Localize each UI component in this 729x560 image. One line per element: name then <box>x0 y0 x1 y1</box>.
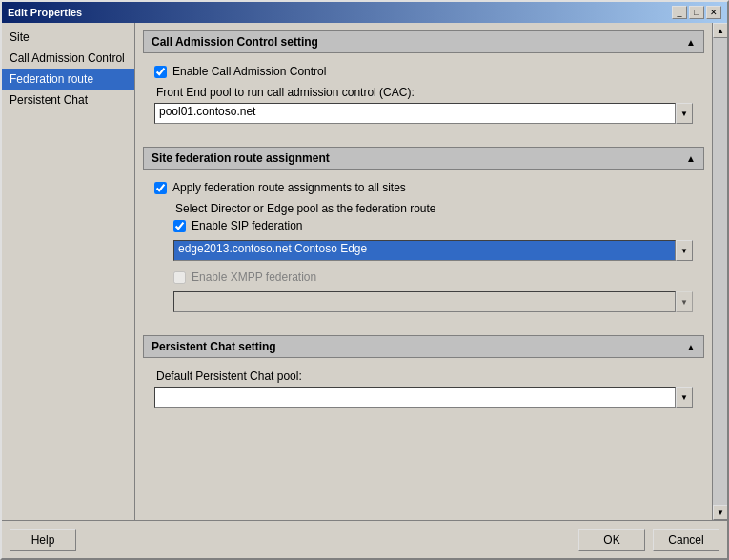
site-federation-body: Apply federation route assignments to al… <box>143 177 704 320</box>
sidebar: Site Call Admission Control Federation r… <box>2 23 135 520</box>
window-title: Edit Properties <box>8 7 82 18</box>
enable-cac-label: Enable Call Admission Control <box>172 65 326 78</box>
front-end-dropdown-btn[interactable]: ▼ <box>676 103 693 124</box>
default-pool-label: Default Persistent Chat pool: <box>156 370 693 383</box>
footer-right: OK Cancel <box>578 529 719 551</box>
main-panel: Call Admission Control setting ▲ Enable … <box>135 23 712 520</box>
right-content: Call Admission Control setting ▲ Enable … <box>135 23 727 520</box>
enable-sip-label: Enable SIP federation <box>192 219 303 232</box>
sidebar-item-call-admission-control[interactable]: Call Admission Control <box>2 48 134 69</box>
enable-cac-checkbox[interactable] <box>154 66 167 78</box>
scroll-up-button[interactable]: ▲ <box>713 23 727 38</box>
persistent-chat-header: Persistent Chat setting ▲ <box>143 335 704 358</box>
apply-all-row: Apply federation route assignments to al… <box>154 181 693 194</box>
site-federation-header: Site federation route assignment ▲ <box>143 147 704 170</box>
footer: Help OK Cancel <box>2 520 727 558</box>
content-area: Site Call Admission Control Federation r… <box>2 23 727 520</box>
title-bar: Edit Properties _ □ ✕ <box>2 2 727 23</box>
sidebar-item-site[interactable]: Site <box>2 27 134 48</box>
footer-left: Help <box>10 529 76 551</box>
minimize-button[interactable]: _ <box>672 6 687 19</box>
enable-xmpp-label: Enable XMPP federation <box>192 270 316 284</box>
enable-sip-checkbox[interactable] <box>173 220 186 232</box>
default-pool-value <box>154 387 676 408</box>
sip-dropdown-wrapper: edge2013.contoso.net Contoso Edge ▼ <box>173 240 693 261</box>
scroll-track[interactable] <box>713 38 727 505</box>
scroll-down-button[interactable]: ▼ <box>713 505 727 520</box>
edit-properties-window: Edit Properties _ □ ✕ Site Call Admissio… <box>0 0 729 560</box>
sip-dropdown-btn[interactable]: ▼ <box>676 240 693 261</box>
front-end-dropdown-wrapper: pool01.contoso.net ▼ <box>154 103 693 124</box>
select-director-label: Select Director or Edge pool as the fede… <box>175 202 693 215</box>
ok-button[interactable]: OK <box>578 529 645 551</box>
sidebar-item-persistent-chat[interactable]: Persistent Chat <box>2 90 134 110</box>
window-controls: _ □ ✕ <box>672 6 721 19</box>
close-button[interactable]: ✕ <box>706 6 721 19</box>
default-pool-dropdown-wrapper: ▼ <box>154 387 693 408</box>
call-admission-body: Enable Call Admission Control Front End … <box>143 61 704 131</box>
call-admission-title: Call Admission Control setting <box>152 35 318 49</box>
enable-cac-row: Enable Call Admission Control <box>154 65 693 78</box>
federation-indent: Select Director or Edge pool as the fede… <box>173 202 693 312</box>
enable-xmpp-checkbox[interactable] <box>173 271 186 284</box>
call-admission-collapse-icon[interactable]: ▲ <box>686 37 696 48</box>
maximize-button[interactable]: □ <box>689 6 704 19</box>
enable-sip-row: Enable SIP federation <box>173 219 693 232</box>
xmpp-dropdown-btn[interactable]: ▼ <box>676 291 693 312</box>
site-federation-collapse-icon[interactable]: ▲ <box>686 153 696 164</box>
cancel-button[interactable]: Cancel <box>653 529 719 551</box>
sip-value: edge2013.contoso.net Contoso Edge <box>173 240 676 261</box>
enable-xmpp-row: Enable XMPP federation <box>173 270 693 284</box>
persistent-chat-section: Persistent Chat setting ▲ Default Persis… <box>143 335 704 415</box>
vertical-scrollbar[interactable]: ▲ ▼ <box>712 23 727 520</box>
front-end-value: pool01.contoso.net <box>154 103 676 124</box>
persistent-chat-body: Default Persistent Chat pool: ▼ <box>143 366 704 415</box>
site-federation-title: Site federation route assignment <box>152 151 330 165</box>
persistent-chat-collapse-icon[interactable]: ▲ <box>686 342 696 352</box>
apply-all-label: Apply federation route assignments to al… <box>172 181 406 194</box>
front-end-label: Front End pool to run call admission con… <box>156 86 693 99</box>
xmpp-value <box>173 291 676 312</box>
xmpp-dropdown-wrapper: ▼ <box>173 291 693 312</box>
persistent-chat-title: Persistent Chat setting <box>152 340 276 353</box>
apply-all-checkbox[interactable] <box>154 182 167 194</box>
call-admission-section: Call Admission Control setting ▲ Enable … <box>143 30 704 131</box>
default-pool-dropdown-btn[interactable]: ▼ <box>676 387 693 408</box>
sidebar-item-federation-route[interactable]: Federation route <box>2 69 134 90</box>
help-button[interactable]: Help <box>10 529 76 551</box>
call-admission-header: Call Admission Control setting ▲ <box>143 30 704 53</box>
site-federation-section: Site federation route assignment ▲ Apply… <box>143 147 704 320</box>
